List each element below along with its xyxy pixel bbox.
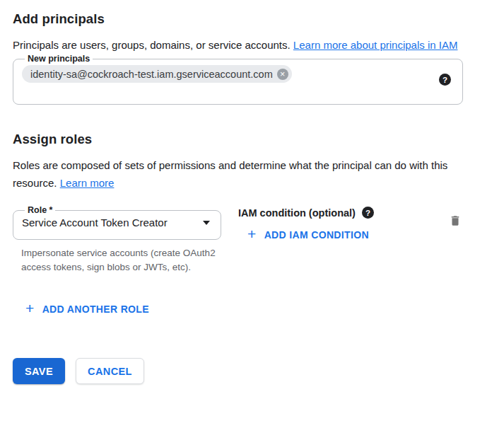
role-helper-text: Impersonate service accounts (create OAu… bbox=[21, 246, 219, 274]
role-row: Role * Service Account Token Creator Imp… bbox=[13, 205, 463, 274]
new-principals-label: New principals bbox=[25, 54, 93, 64]
dropdown-arrow-icon bbox=[203, 221, 210, 225]
page-title: Add principals bbox=[13, 11, 491, 27]
new-principals-field[interactable]: New principals identity-sa@cockroach-tes… bbox=[13, 54, 463, 105]
iam-condition-column: IAM condition (optional) ? + ADD IAM CON… bbox=[238, 205, 374, 274]
principal-chip-text: identity-sa@cockroach-test.iam.gservicea… bbox=[30, 69, 273, 80]
principals-description-text: Principals are users, groups, domains, o… bbox=[13, 39, 291, 51]
role-column: Role * Service Account Token Creator Imp… bbox=[13, 205, 221, 274]
trash-icon bbox=[449, 214, 462, 227]
action-buttons: SAVE CANCEL bbox=[13, 358, 491, 384]
plus-icon: + bbox=[25, 301, 35, 316]
add-iam-condition-button[interactable]: + ADD IAM CONDITION bbox=[247, 227, 369, 242]
add-principals-panel: Add principals Principals are users, gro… bbox=[0, 11, 504, 384]
role-selected-value: Service Account Token Creator bbox=[22, 216, 168, 229]
principals-description: Principals are users, groups, domains, o… bbox=[13, 36, 476, 54]
roles-description: Roles are composed of sets of permission… bbox=[13, 156, 452, 192]
iam-condition-help-icon[interactable]: ? bbox=[362, 207, 374, 219]
add-iam-condition-label: ADD IAM CONDITION bbox=[264, 229, 369, 241]
role-label: Role * bbox=[25, 205, 55, 215]
add-another-role-button[interactable]: + ADD ANOTHER ROLE bbox=[25, 301, 149, 316]
assign-roles-title: Assign roles bbox=[13, 132, 491, 147]
cancel-button[interactable]: CANCEL bbox=[76, 358, 144, 384]
save-button[interactable]: SAVE bbox=[13, 358, 65, 384]
chip-remove-icon[interactable]: × bbox=[277, 69, 288, 80]
delete-role-column bbox=[449, 205, 463, 274]
principals-help-icon[interactable]: ? bbox=[439, 74, 451, 86]
iam-condition-label: IAM condition (optional) bbox=[238, 207, 356, 219]
principal-chip: identity-sa@cockroach-test.iam.gservicea… bbox=[22, 65, 292, 83]
add-another-role-label: ADD ANOTHER ROLE bbox=[42, 304, 149, 315]
plus-icon: + bbox=[247, 226, 257, 241]
learn-more-roles-link[interactable]: Learn more bbox=[60, 177, 115, 189]
role-select[interactable]: Role * Service Account Token Creator bbox=[13, 205, 221, 240]
learn-more-principals-link[interactable]: Learn more about principals in IAM bbox=[293, 39, 458, 51]
delete-role-button[interactable] bbox=[449, 214, 462, 230]
